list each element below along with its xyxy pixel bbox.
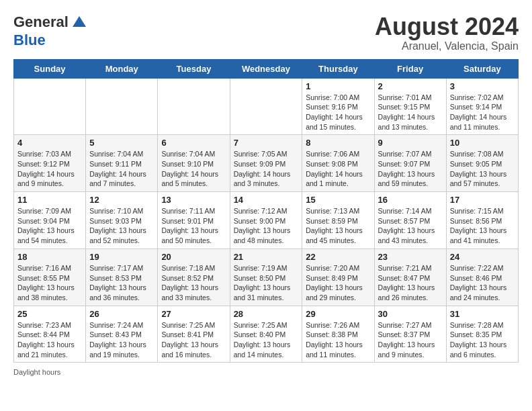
daylight-label: Daylight hours (13, 368, 60, 376)
logo-icon (70, 13, 89, 32)
day-info: Sunrise: 7:16 AM Sunset: 8:55 PM Dayligh… (17, 263, 82, 303)
day-info: Sunrise: 7:06 AM Sunset: 9:08 PM Dayligh… (306, 149, 370, 189)
calendar-cell: 3Sunrise: 7:02 AM Sunset: 9:14 PM Daylig… (446, 78, 518, 135)
day-number: 16 (378, 195, 443, 205)
day-info: Sunrise: 7:15 AM Sunset: 8:56 PM Dayligh… (450, 206, 515, 246)
day-number: 28 (234, 309, 299, 319)
title-block: August 2024 Aranuel, Valencia, Spain (375, 13, 519, 52)
day-info: Sunrise: 7:18 AM Sunset: 8:52 PM Dayligh… (161, 263, 226, 303)
day-info: Sunrise: 7:02 AM Sunset: 9:14 PM Dayligh… (450, 93, 515, 132)
day-number: 21 (234, 252, 299, 262)
day-number: 12 (89, 195, 154, 205)
calendar-cell: 27Sunrise: 7:25 AM Sunset: 8:41 PM Dayli… (158, 306, 230, 363)
logo-general-text: General (13, 13, 69, 30)
calendar-cell: 22Sunrise: 7:20 AM Sunset: 8:49 PM Dayli… (302, 248, 374, 306)
day-number: 13 (161, 195, 226, 205)
calendar-cell: 18Sunrise: 7:16 AM Sunset: 8:55 PM Dayli… (14, 248, 86, 306)
day-info: Sunrise: 7:07 AM Sunset: 9:07 PM Dayligh… (378, 149, 443, 189)
day-info: Sunrise: 7:14 AM Sunset: 8:57 PM Dayligh… (378, 206, 443, 246)
day-number: 9 (378, 138, 443, 148)
day-of-week-header: Thursday (302, 59, 374, 78)
day-number: 6 (161, 138, 226, 148)
calendar-cell: 13Sunrise: 7:11 AM Sunset: 9:01 PM Dayli… (158, 192, 230, 249)
day-info: Sunrise: 7:19 AM Sunset: 8:50 PM Dayligh… (234, 263, 299, 303)
day-info: Sunrise: 7:11 AM Sunset: 9:01 PM Dayligh… (161, 206, 226, 246)
day-info: Sunrise: 7:09 AM Sunset: 9:04 PM Dayligh… (17, 206, 82, 246)
calendar-cell: 30Sunrise: 7:27 AM Sunset: 8:37 PM Dayli… (374, 306, 446, 363)
calendar-cell: 12Sunrise: 7:10 AM Sunset: 9:03 PM Dayli… (86, 192, 158, 249)
calendar-cell (86, 78, 158, 135)
day-info: Sunrise: 7:22 AM Sunset: 8:46 PM Dayligh… (450, 263, 515, 303)
day-info: Sunrise: 7:24 AM Sunset: 8:43 PM Dayligh… (89, 320, 154, 360)
day-number: 30 (378, 309, 443, 319)
day-info: Sunrise: 7:01 AM Sunset: 9:15 PM Dayligh… (378, 93, 443, 132)
calendar-cell: 31Sunrise: 7:28 AM Sunset: 8:35 PM Dayli… (446, 306, 518, 363)
day-number: 3 (450, 81, 515, 91)
calendar-cell: 1Sunrise: 7:00 AM Sunset: 9:16 PM Daylig… (302, 78, 374, 135)
calendar-cell: 26Sunrise: 7:24 AM Sunset: 8:43 PM Dayli… (86, 306, 158, 363)
day-of-week-header: Tuesday (158, 59, 230, 78)
day-info: Sunrise: 7:04 AM Sunset: 9:11 PM Dayligh… (89, 149, 154, 189)
calendar-cell: 10Sunrise: 7:08 AM Sunset: 9:05 PM Dayli… (446, 135, 518, 192)
day-of-week-header: Wednesday (230, 59, 302, 78)
day-info: Sunrise: 7:13 AM Sunset: 8:59 PM Dayligh… (306, 206, 370, 246)
logo: General Blue (13, 13, 90, 48)
day-number: 7 (234, 138, 299, 148)
day-number: 18 (17, 252, 82, 262)
calendar-cell: 6Sunrise: 7:04 AM Sunset: 9:10 PM Daylig… (158, 135, 230, 192)
calendar-cell: 28Sunrise: 7:25 AM Sunset: 8:40 PM Dayli… (230, 306, 302, 363)
day-info: Sunrise: 7:27 AM Sunset: 8:37 PM Dayligh… (378, 320, 443, 360)
calendar-cell: 9Sunrise: 7:07 AM Sunset: 9:07 PM Daylig… (374, 135, 446, 192)
day-info: Sunrise: 7:17 AM Sunset: 8:53 PM Dayligh… (89, 263, 154, 303)
day-info: Sunrise: 7:25 AM Sunset: 8:40 PM Dayligh… (234, 320, 299, 360)
day-number: 23 (378, 252, 443, 262)
calendar-header-row: SundayMondayTuesdayWednesdayThursdayFrid… (14, 59, 519, 78)
day-info: Sunrise: 7:00 AM Sunset: 9:16 PM Dayligh… (306, 93, 370, 132)
day-of-week-header: Friday (374, 59, 446, 78)
day-info: Sunrise: 7:12 AM Sunset: 9:00 PM Dayligh… (234, 206, 299, 246)
day-number: 27 (161, 309, 226, 319)
day-number: 22 (306, 252, 370, 262)
day-number: 11 (17, 195, 82, 205)
day-info: Sunrise: 7:25 AM Sunset: 8:41 PM Dayligh… (161, 320, 226, 360)
calendar-cell: 24Sunrise: 7:22 AM Sunset: 8:46 PM Dayli… (446, 248, 518, 306)
day-of-week-header: Monday (86, 59, 158, 78)
calendar-cell: 7Sunrise: 7:05 AM Sunset: 9:09 PM Daylig… (230, 135, 302, 192)
day-info: Sunrise: 7:26 AM Sunset: 8:38 PM Dayligh… (306, 320, 370, 360)
day-number: 10 (450, 138, 515, 148)
location-subtitle: Aranuel, Valencia, Spain (375, 40, 519, 52)
calendar-cell: 19Sunrise: 7:17 AM Sunset: 8:53 PM Dayli… (86, 248, 158, 306)
calendar-body: 1Sunrise: 7:00 AM Sunset: 9:16 PM Daylig… (14, 78, 519, 363)
page-header: General Blue August 2024 Aranuel, Valenc… (13, 13, 519, 52)
day-info: Sunrise: 7:08 AM Sunset: 9:05 PM Dayligh… (450, 149, 515, 189)
day-info: Sunrise: 7:10 AM Sunset: 9:03 PM Dayligh… (89, 206, 154, 246)
day-number: 5 (89, 138, 154, 148)
day-info: Sunrise: 7:28 AM Sunset: 8:35 PM Dayligh… (450, 320, 515, 360)
day-number: 1 (306, 81, 370, 91)
calendar-cell: 14Sunrise: 7:12 AM Sunset: 9:00 PM Dayli… (230, 192, 302, 249)
svg-marker-0 (73, 16, 86, 27)
calendar-cell (158, 78, 230, 135)
calendar-cell: 4Sunrise: 7:03 AM Sunset: 9:12 PM Daylig… (14, 135, 86, 192)
calendar-cell (230, 78, 302, 135)
calendar-cell: 29Sunrise: 7:26 AM Sunset: 8:38 PM Dayli… (302, 306, 374, 363)
day-number: 19 (89, 252, 154, 262)
calendar-week-row: 1Sunrise: 7:00 AM Sunset: 9:16 PM Daylig… (14, 78, 519, 135)
calendar-week-row: 4Sunrise: 7:03 AM Sunset: 9:12 PM Daylig… (14, 135, 519, 192)
day-number: 31 (450, 309, 515, 319)
day-info: Sunrise: 7:21 AM Sunset: 8:47 PM Dayligh… (378, 263, 443, 303)
calendar-cell: 25Sunrise: 7:23 AM Sunset: 8:44 PM Dayli… (14, 306, 86, 363)
day-info: Sunrise: 7:20 AM Sunset: 8:49 PM Dayligh… (306, 263, 370, 303)
footer: Daylight hours (13, 368, 519, 376)
calendar-cell: 5Sunrise: 7:04 AM Sunset: 9:11 PM Daylig… (86, 135, 158, 192)
day-number: 4 (17, 138, 82, 148)
calendar-cell: 16Sunrise: 7:14 AM Sunset: 8:57 PM Dayli… (374, 192, 446, 249)
month-year-title: August 2024 (375, 13, 519, 40)
day-info: Sunrise: 7:04 AM Sunset: 9:10 PM Dayligh… (161, 149, 226, 189)
day-number: 17 (450, 195, 515, 205)
calendar-week-row: 11Sunrise: 7:09 AM Sunset: 9:04 PM Dayli… (14, 192, 519, 249)
calendar-cell: 17Sunrise: 7:15 AM Sunset: 8:56 PM Dayli… (446, 192, 518, 249)
calendar-cell: 11Sunrise: 7:09 AM Sunset: 9:04 PM Dayli… (14, 192, 86, 249)
calendar-cell: 8Sunrise: 7:06 AM Sunset: 9:08 PM Daylig… (302, 135, 374, 192)
calendar-cell: 20Sunrise: 7:18 AM Sunset: 8:52 PM Dayli… (158, 248, 230, 306)
